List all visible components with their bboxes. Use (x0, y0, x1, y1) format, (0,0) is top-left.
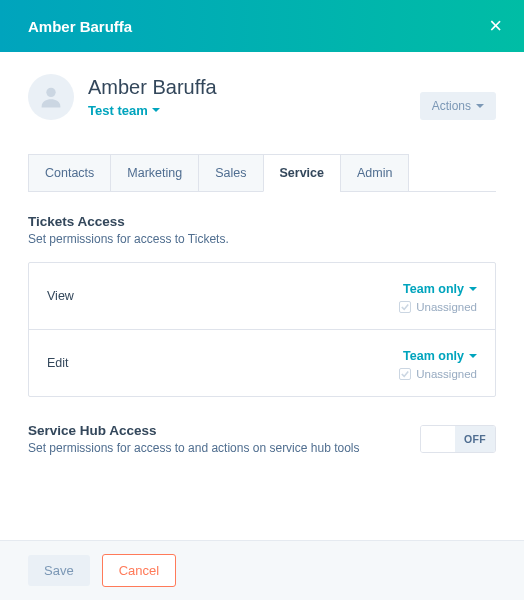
modal-footer: Save Cancel (0, 540, 524, 600)
tab-marketing[interactable]: Marketing (110, 154, 199, 192)
toggle-blank (421, 426, 455, 452)
caret-down-icon (469, 354, 477, 358)
perm-label: View (47, 289, 74, 303)
avatar (28, 74, 74, 120)
perm-unassigned-label: Unassigned (416, 368, 477, 380)
tab-sales[interactable]: Sales (198, 154, 263, 192)
perm-scope-dropdown[interactable]: Team only (403, 282, 477, 296)
perm-label: Edit (47, 356, 69, 370)
tab-contacts[interactable]: Contacts (28, 154, 111, 192)
modal-title: Amber Baruffa (28, 18, 132, 35)
tickets-section: Tickets Access Set permissions for acces… (28, 214, 496, 397)
perm-unassigned[interactable]: Unassigned (399, 301, 477, 313)
perm-unassigned[interactable]: Unassigned (399, 368, 477, 380)
tickets-title: Tickets Access (28, 214, 496, 229)
checkbox-icon (399, 368, 411, 380)
tab-admin[interactable]: Admin (340, 154, 409, 192)
hub-toggle[interactable]: OFF (420, 425, 496, 453)
modal-header: Amber Baruffa × (0, 0, 524, 52)
perm-unassigned-label: Unassigned (416, 301, 477, 313)
team-dropdown[interactable]: Test team (88, 103, 160, 118)
tickets-permissions: View Team only Unassigned Edit Tea (28, 262, 496, 397)
caret-down-icon (476, 104, 484, 108)
cancel-button[interactable]: Cancel (102, 554, 176, 587)
tickets-subtitle: Set permissions for access to Tickets. (28, 232, 496, 246)
checkbox-icon (399, 301, 411, 313)
caret-down-icon (469, 287, 477, 291)
service-hub-section: Service Hub Access Set permissions for a… (28, 423, 496, 455)
perm-row-view: View Team only Unassigned (29, 263, 495, 330)
caret-down-icon (152, 108, 160, 112)
person-icon (37, 83, 65, 111)
modal-content: Amber Baruffa Test team Actions Contacts… (0, 52, 524, 540)
user-info: Amber Baruffa Test team (28, 74, 217, 120)
save-button[interactable]: Save (28, 555, 90, 586)
close-icon[interactable]: × (489, 15, 502, 37)
svg-point-0 (46, 88, 55, 97)
user-name: Amber Baruffa (88, 76, 217, 99)
tab-service[interactable]: Service (263, 154, 341, 192)
toggle-off-label: OFF (455, 426, 495, 452)
tabs: Contacts Marketing Sales Service Admin (28, 154, 496, 192)
perm-scope-label: Team only (403, 349, 464, 363)
hub-subtitle: Set permissions for access to and action… (28, 441, 360, 455)
hub-title: Service Hub Access (28, 423, 360, 438)
actions-label: Actions (432, 99, 471, 113)
user-header: Amber Baruffa Test team Actions (28, 74, 496, 120)
perm-row-edit: Edit Team only Unassigned (29, 330, 495, 396)
perm-scope-dropdown[interactable]: Team only (403, 349, 477, 363)
perm-scope-label: Team only (403, 282, 464, 296)
actions-button[interactable]: Actions (420, 92, 496, 120)
team-label: Test team (88, 103, 148, 118)
